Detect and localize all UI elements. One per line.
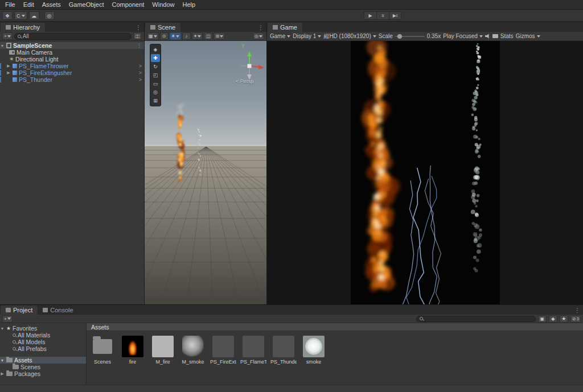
scale-slider-knob[interactable] bbox=[397, 34, 402, 39]
open-prefab-icon[interactable]: > bbox=[139, 63, 142, 69]
game-particles bbox=[351, 41, 500, 304]
hierarchy-item-main-camera[interactable]: Main Camera bbox=[0, 49, 144, 56]
menu-component[interactable]: Component bbox=[108, 1, 148, 9]
game-mode-dropdown[interactable]: Game bbox=[270, 33, 290, 39]
services-button[interactable]: ◎ bbox=[44, 11, 55, 20]
hierarchy-create-button[interactable]: + bbox=[2, 32, 13, 40]
hierarchy-item-directional-light[interactable]: ☀ Directional Light bbox=[0, 56, 144, 63]
favorite-all-materials[interactable]: All Materials bbox=[0, 332, 86, 339]
game-tab-label: Game bbox=[280, 24, 297, 31]
version-control-button[interactable]: ❖ bbox=[2, 11, 13, 20]
prefab-edge-marker bbox=[0, 77, 1, 82]
game-viewport[interactable] bbox=[267, 41, 583, 304]
scene-viewport[interactable]: ◈ ✚ ↻ ◰ ▭ ◎ ⊞ y < Persp bbox=[145, 41, 266, 304]
tree-assets-row[interactable]: ▼ Assets bbox=[0, 357, 86, 364]
prefab-cube-icon bbox=[13, 64, 17, 68]
hidden-objects-icon: ◫ bbox=[206, 34, 211, 39]
tab-console[interactable]: Console bbox=[38, 306, 78, 315]
assets-header-label: Assets bbox=[91, 324, 109, 331]
project-create-button[interactable]: + bbox=[2, 315, 13, 323]
scale-slider[interactable] bbox=[395, 36, 425, 37]
menu-gameobject[interactable]: GameObject bbox=[65, 1, 108, 9]
move-tool-button[interactable]: ✚ bbox=[151, 54, 160, 62]
view-tool-button[interactable]: ◈ bbox=[151, 46, 160, 53]
stats-button[interactable]: Stats bbox=[500, 33, 514, 39]
mute-audio-icon[interactable] bbox=[485, 34, 490, 39]
scene-tab-icon bbox=[150, 25, 155, 30]
material-thumb bbox=[152, 336, 174, 357]
expander-icon[interactable]: ▶ bbox=[6, 71, 11, 75]
perspective-label[interactable]: < Persp bbox=[236, 79, 253, 84]
display-dropdown[interactable]: Display 1 bbox=[293, 33, 321, 39]
chevron-down-icon bbox=[154, 35, 157, 38]
account-button[interactable]: C bbox=[14, 11, 27, 20]
hidden-objects-button[interactable]: ◫ bbox=[204, 32, 212, 40]
scene-row-menu-icon[interactable]: ⋮ bbox=[137, 43, 142, 48]
asset-fire[interactable]: fire bbox=[121, 336, 144, 365]
grid-button[interactable]: ⊞ bbox=[214, 32, 225, 40]
open-prefab-icon[interactable]: > bbox=[139, 77, 142, 82]
menu-assets[interactable]: Assets bbox=[38, 1, 65, 9]
lighting-toggle-button[interactable]: ☀ bbox=[170, 32, 181, 40]
hierarchy-item-ps-flamethrower[interactable]: ▶ PS_FlameThrower > bbox=[0, 63, 144, 69]
audio-toggle-button[interactable]: ♪ bbox=[182, 32, 191, 40]
asset-ps-flamethrower[interactable]: PS_FlameT... bbox=[242, 336, 265, 365]
asset-scenes[interactable]: Scenes bbox=[91, 336, 114, 365]
resolution-dropdown[interactable]: 縦HD (1080x1920) bbox=[323, 32, 376, 40]
rotate-tool-button[interactable]: ↻ bbox=[151, 63, 160, 71]
hierarchy-item-ps-fireextingusher[interactable]: ▶ PS_FireExtingusher > bbox=[0, 69, 144, 76]
menu-help[interactable]: Help bbox=[178, 1, 199, 9]
expander-icon[interactable]: ▼ bbox=[0, 44, 5, 48]
scene-menu-icon[interactable]: ⋮ bbox=[254, 24, 266, 32]
rect-tool-button[interactable]: ▭ bbox=[151, 80, 160, 88]
search-by-type-button[interactable]: ▣ bbox=[538, 315, 547, 323]
tab-hierarchy[interactable]: Hierarchy bbox=[1, 23, 45, 32]
open-prefab-icon[interactable]: > bbox=[139, 70, 142, 76]
tree-packages-row[interactable]: ▶ Packages bbox=[0, 370, 86, 377]
hierarchy-menu-icon[interactable]: ⋮ bbox=[132, 24, 144, 32]
play-button[interactable]: ▶ bbox=[364, 11, 376, 20]
scene-camera-button[interactable]: ◎ bbox=[253, 32, 264, 40]
asset-smoke[interactable]: smoke bbox=[302, 336, 325, 365]
step-button[interactable]: ▶I bbox=[389, 11, 401, 20]
asset-m-smoke[interactable]: M_smoke bbox=[182, 336, 204, 365]
cloud-button[interactable]: ☁ bbox=[29, 11, 39, 20]
menu-file[interactable]: File bbox=[1, 1, 19, 9]
transform-tool-button[interactable]: ◎ bbox=[151, 88, 160, 96]
view-2d-button[interactable]: ⊙ bbox=[160, 32, 169, 40]
gizmos-dropdown[interactable]: Gizmos bbox=[516, 33, 540, 39]
asset-m-fire[interactable]: M_fire bbox=[151, 336, 174, 365]
draw-mode-button[interactable]: ▦ bbox=[147, 32, 159, 40]
search-by-label-button[interactable]: ◆ bbox=[549, 315, 557, 323]
menu-window[interactable]: Window bbox=[148, 1, 178, 9]
tab-game[interactable]: Game bbox=[268, 23, 302, 32]
asset-ps-fireextingusher[interactable]: PS_FireExti... bbox=[212, 336, 235, 365]
asset-label: PS_Thunde... bbox=[270, 359, 297, 365]
vsync-icon[interactable] bbox=[492, 34, 498, 38]
effects-button[interactable]: ✦ bbox=[192, 32, 203, 40]
play-controls: ▶ II ▶I bbox=[364, 11, 401, 20]
asset-ps-thunder[interactable]: PS_Thunde... bbox=[272, 336, 295, 365]
hierarchy-scene-row[interactable]: ▼ SampleScene ⋮ bbox=[0, 42, 144, 49]
hierarchy-item-ps-thunder[interactable]: ▶ PS_Thunder > bbox=[0, 76, 144, 83]
chevron-down-icon bbox=[220, 35, 223, 38]
hierarchy-filter-button[interactable]: ◫ bbox=[133, 32, 142, 40]
scale-tool-button[interactable]: ◰ bbox=[151, 71, 160, 79]
project-search-input[interactable] bbox=[416, 316, 536, 322]
play-focused-dropdown[interactable]: Play Focused bbox=[443, 33, 483, 39]
tree-scenes-row[interactable]: Scenes bbox=[0, 364, 86, 370]
tab-scene[interactable]: Scene bbox=[145, 23, 180, 32]
custom-tool-button[interactable]: ⊞ bbox=[151, 97, 160, 105]
menu-edit[interactable]: Edit bbox=[19, 1, 38, 9]
favorite-all-prefabs[interactable]: All Prefabs bbox=[0, 345, 86, 352]
expander-icon[interactable]: ▶ bbox=[6, 64, 11, 68]
project-tab-label: Project bbox=[13, 307, 32, 313]
pause-button[interactable]: II bbox=[376, 11, 389, 20]
hierarchy-search-input[interactable]: All bbox=[14, 33, 132, 40]
tab-project[interactable]: Project bbox=[1, 306, 38, 315]
favorite-search-button[interactable]: ★ bbox=[560, 315, 568, 323]
favorites-row[interactable]: ▼ ★ Favorites bbox=[0, 325, 86, 332]
favorite-all-models[interactable]: All Models bbox=[0, 339, 86, 345]
hidden-packages-button[interactable]: ⊘3 bbox=[570, 315, 581, 323]
project-menu-icon[interactable]: ⋮ bbox=[571, 307, 583, 315]
